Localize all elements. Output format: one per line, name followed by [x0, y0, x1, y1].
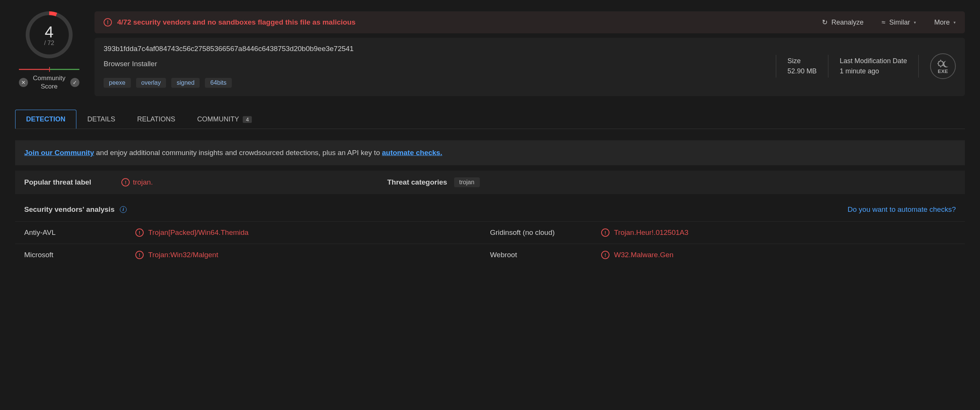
tag-64bits[interactable]: 64bits [205, 78, 232, 88]
threat-categories-label: Threat categories [387, 178, 447, 187]
analysis-title: Security vendors' analysis [24, 205, 115, 214]
vendor-name: Microsoft [24, 251, 130, 259]
file-tags: peexe overlay signed 64bits [103, 78, 765, 88]
join-community-link[interactable]: Join our Community [24, 148, 94, 156]
tag-peexe[interactable]: peexe [103, 78, 131, 88]
tab-details[interactable]: DETAILS [76, 110, 126, 129]
threat-summary: Popular threat label ! trojan. Threat ca… [15, 171, 965, 194]
banner-text: 4/72 security vendors and no sandboxes f… [117, 18, 355, 27]
community-score-bar [19, 69, 80, 70]
detection-name: Trojan.Heur!.012501A3 [614, 228, 689, 237]
alert-icon: ! [135, 251, 144, 259]
chevron-down-icon: ▾ [953, 20, 956, 25]
gear-moon-icon [937, 59, 950, 69]
community-score-label: CommunityScore [33, 74, 65, 91]
size-label: Size [788, 57, 817, 65]
alert-icon: ! [121, 178, 130, 187]
tag-signed[interactable]: signed [171, 78, 200, 88]
score-column: 4 / 72 ✕ CommunityScore ✓ [15, 11, 83, 96]
alert-icon: ! [103, 18, 112, 27]
alert-icon: ! [135, 228, 144, 237]
alert-icon: ! [601, 251, 609, 259]
modification-label: Last Modification Date [840, 57, 907, 65]
vendor-name: Webroot [490, 251, 596, 259]
automate-checks-link[interactable]: Do you want to automate checks? [848, 205, 956, 214]
reanalyze-button[interactable]: ↻ Reanalyze [822, 18, 864, 27]
similar-icon: ≈ [882, 19, 886, 27]
vendor-row: Microsoft !Trojan:Win32/Malgent Webroot … [15, 244, 965, 266]
vendor-row: Antiy-AVL !Trojan[Packed]/Win64.Themida … [15, 221, 965, 244]
score-detected: 4 [45, 23, 53, 41]
popular-threat-label: Popular threat label [24, 178, 91, 187]
detection-name: Trojan:Win32/Malgent [148, 251, 218, 259]
refresh-icon: ↻ [822, 18, 827, 27]
modification-block: Last Modification Date 1 minute ago [840, 57, 907, 75]
exe-label: EXE [938, 69, 948, 74]
detection-name: W32.Malware.Gen [614, 251, 673, 259]
downvote-button[interactable]: ✕ [19, 78, 28, 87]
file-meta-card: 393b1fdda7c4af084743c56c27585366567a8446… [94, 38, 965, 96]
vendor-name: Gridinsoft (no cloud) [490, 228, 596, 237]
detection-name: Trojan[Packed]/Win64.Themida [148, 228, 248, 237]
tab-community[interactable]: COMMUNITY 4 [186, 110, 263, 129]
automate-checks-link[interactable]: automate checks. [382, 148, 442, 156]
analysis-header: Security vendors' analysis i Do you want… [15, 198, 965, 221]
tag-overlay[interactable]: overlay [136, 78, 166, 88]
size-block: Size 52.90 MB [788, 57, 817, 75]
more-button[interactable]: More ▾ [934, 19, 956, 27]
upvote-button[interactable]: ✓ [70, 78, 80, 87]
score-chart: 4 / 72 [26, 11, 73, 58]
threat-category-chip[interactable]: trojan [454, 177, 480, 187]
community-count-badge: 4 [243, 116, 252, 123]
file-name: Browser Installer [103, 60, 765, 68]
popular-threat-value: trojan. [133, 178, 153, 187]
size-value: 52.90 MB [788, 67, 817, 75]
modification-value: 1 minute ago [840, 67, 907, 75]
file-hash: 393b1fdda7c4af084743c56c27585366567a8446… [103, 45, 765, 53]
info-icon[interactable]: i [120, 206, 127, 213]
tab-relations[interactable]: RELATIONS [126, 110, 186, 129]
malicious-banner: ! 4/72 security vendors and no sandboxes… [94, 11, 965, 33]
chevron-down-icon: ▾ [914, 20, 916, 25]
community-promo: Join our Community and enjoy additional … [15, 140, 965, 165]
similar-button[interactable]: ≈ Similar ▾ [882, 19, 916, 27]
tab-detection[interactable]: DETECTION [15, 110, 76, 129]
tabs-bar: DETECTION DETAILS RELATIONS COMMUNITY 4 [15, 110, 965, 129]
vendor-name: Antiy-AVL [24, 228, 130, 237]
score-total: / 72 [44, 40, 54, 46]
alert-icon: ! [601, 228, 609, 237]
exe-file-icon: EXE [930, 53, 956, 79]
